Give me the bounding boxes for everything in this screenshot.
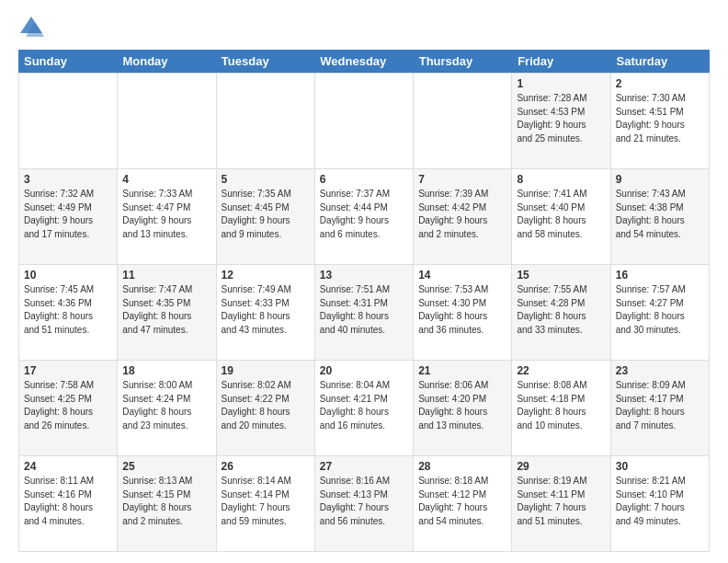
- day-info: Sunrise: 8:19 AM Sunset: 4:11 PM Dayligh…: [517, 475, 605, 528]
- day-cell-29: 29Sunrise: 8:19 AM Sunset: 4:11 PM Dayli…: [512, 456, 610, 551]
- day-info: Sunrise: 7:53 AM Sunset: 4:30 PM Dayligh…: [418, 283, 506, 337]
- day-cell-17: 17Sunrise: 7:58 AM Sunset: 4:25 PM Dayli…: [19, 361, 118, 455]
- day-info: Sunrise: 7:33 AM Sunset: 4:47 PM Dayligh…: [122, 188, 210, 241]
- day-cell-25: 25Sunrise: 8:13 AM Sunset: 4:15 PM Dayli…: [118, 456, 216, 551]
- empty-cell-r0c3: [315, 74, 414, 168]
- day-info: Sunrise: 8:08 AM Sunset: 4:18 PM Dayligh…: [517, 379, 605, 432]
- day-number: 8: [517, 173, 605, 186]
- day-number: 10: [24, 269, 112, 282]
- weekday-header-tuesday: Tuesday: [216, 50, 314, 73]
- day-cell-9: 9Sunrise: 7:43 AM Sunset: 4:38 PM Daylig…: [611, 169, 710, 264]
- day-cell-30: 30Sunrise: 8:21 AM Sunset: 4:10 PM Dayli…: [611, 456, 710, 551]
- day-number: 6: [320, 173, 408, 186]
- day-cell-21: 21Sunrise: 8:06 AM Sunset: 4:20 PM Dayli…: [414, 361, 512, 455]
- day-info: Sunrise: 8:13 AM Sunset: 4:15 PM Dayligh…: [122, 475, 210, 528]
- calendar-row-5: 24Sunrise: 8:11 AM Sunset: 4:16 PM Dayli…: [18, 455, 710, 552]
- weekday-header-saturday: Saturday: [611, 50, 710, 73]
- day-number: 9: [616, 173, 704, 186]
- day-info: Sunrise: 7:58 AM Sunset: 4:25 PM Dayligh…: [24, 379, 112, 432]
- day-info: Sunrise: 7:32 AM Sunset: 4:49 PM Dayligh…: [24, 188, 112, 241]
- day-info: Sunrise: 8:02 AM Sunset: 4:22 PM Dayligh…: [222, 379, 310, 432]
- day-number: 14: [418, 269, 506, 282]
- weekday-header-friday: Friday: [512, 50, 610, 73]
- day-info: Sunrise: 8:16 AM Sunset: 4:13 PM Dayligh…: [320, 475, 408, 528]
- day-cell-26: 26Sunrise: 8:14 AM Sunset: 4:14 PM Dayli…: [217, 456, 315, 551]
- day-number: 20: [320, 364, 408, 377]
- day-cell-4: 4Sunrise: 7:33 AM Sunset: 4:47 PM Daylig…: [118, 169, 216, 264]
- day-cell-3: 3Sunrise: 7:32 AM Sunset: 4:49 PM Daylig…: [19, 169, 118, 264]
- day-number: 19: [222, 364, 310, 377]
- day-cell-5: 5Sunrise: 7:35 AM Sunset: 4:45 PM Daylig…: [217, 169, 315, 264]
- day-cell-8: 8Sunrise: 7:41 AM Sunset: 4:40 PM Daylig…: [512, 169, 610, 264]
- day-number: 11: [122, 269, 210, 282]
- empty-cell-r0c0: [19, 74, 118, 168]
- day-number: 13: [320, 269, 408, 282]
- weekday-header-sunday: Sunday: [18, 50, 117, 73]
- weekday-header-monday: Monday: [117, 50, 215, 73]
- day-cell-15: 15Sunrise: 7:55 AM Sunset: 4:28 PM Dayli…: [512, 265, 610, 360]
- calendar-row-3: 10Sunrise: 7:45 AM Sunset: 4:36 PM Dayli…: [18, 264, 710, 360]
- logo: [18, 15, 48, 40]
- day-number: 7: [418, 173, 506, 186]
- day-number: 26: [222, 460, 310, 473]
- day-number: 5: [222, 173, 310, 186]
- day-info: Sunrise: 7:43 AM Sunset: 4:38 PM Dayligh…: [616, 188, 704, 241]
- day-info: Sunrise: 8:11 AM Sunset: 4:16 PM Dayligh…: [24, 475, 112, 528]
- day-info: Sunrise: 7:35 AM Sunset: 4:45 PM Dayligh…: [222, 188, 310, 241]
- day-info: Sunrise: 7:49 AM Sunset: 4:33 PM Dayligh…: [222, 283, 310, 337]
- day-number: 2: [616, 77, 704, 90]
- calendar-header: SundayMondayTuesdayWednesdayThursdayFrid…: [18, 50, 710, 73]
- day-cell-13: 13Sunrise: 7:51 AM Sunset: 4:31 PM Dayli…: [315, 265, 414, 360]
- day-number: 12: [222, 269, 310, 282]
- day-cell-10: 10Sunrise: 7:45 AM Sunset: 4:36 PM Dayli…: [19, 265, 118, 360]
- day-number: 15: [517, 269, 605, 282]
- day-number: 18: [122, 364, 210, 377]
- day-cell-11: 11Sunrise: 7:47 AM Sunset: 4:35 PM Dayli…: [118, 265, 216, 360]
- day-number: 30: [616, 460, 704, 473]
- day-cell-1: 1Sunrise: 7:28 AM Sunset: 4:53 PM Daylig…: [512, 74, 610, 168]
- day-number: 21: [418, 364, 506, 377]
- day-info: Sunrise: 8:04 AM Sunset: 4:21 PM Dayligh…: [320, 379, 408, 432]
- day-info: Sunrise: 7:45 AM Sunset: 4:36 PM Dayligh…: [24, 283, 112, 337]
- day-cell-19: 19Sunrise: 8:02 AM Sunset: 4:22 PM Dayli…: [217, 361, 315, 455]
- day-number: 25: [122, 460, 210, 473]
- day-info: Sunrise: 7:41 AM Sunset: 4:40 PM Dayligh…: [517, 188, 605, 241]
- day-cell-18: 18Sunrise: 8:00 AM Sunset: 4:24 PM Dayli…: [118, 361, 216, 455]
- day-info: Sunrise: 8:00 AM Sunset: 4:24 PM Dayligh…: [122, 379, 210, 432]
- day-number: 4: [122, 173, 210, 186]
- day-cell-20: 20Sunrise: 8:04 AM Sunset: 4:21 PM Dayli…: [315, 361, 414, 455]
- day-number: 3: [24, 173, 112, 186]
- logo-icon: [18, 15, 44, 40]
- day-number: 17: [24, 364, 112, 377]
- day-info: Sunrise: 8:09 AM Sunset: 4:17 PM Dayligh…: [616, 379, 704, 432]
- day-number: 1: [517, 77, 605, 90]
- day-cell-28: 28Sunrise: 8:18 AM Sunset: 4:12 PM Dayli…: [414, 456, 512, 551]
- day-cell-16: 16Sunrise: 7:57 AM Sunset: 4:27 PM Dayli…: [611, 265, 710, 360]
- day-info: Sunrise: 7:47 AM Sunset: 4:35 PM Dayligh…: [122, 283, 210, 337]
- empty-cell-r0c4: [414, 74, 512, 168]
- day-cell-23: 23Sunrise: 8:09 AM Sunset: 4:17 PM Dayli…: [611, 361, 710, 455]
- day-info: Sunrise: 7:51 AM Sunset: 4:31 PM Dayligh…: [320, 283, 408, 337]
- day-cell-27: 27Sunrise: 8:16 AM Sunset: 4:13 PM Dayli…: [315, 456, 414, 551]
- day-number: 28: [418, 460, 506, 473]
- day-info: Sunrise: 7:37 AM Sunset: 4:44 PM Dayligh…: [320, 188, 408, 241]
- day-info: Sunrise: 7:39 AM Sunset: 4:42 PM Dayligh…: [418, 188, 506, 241]
- day-info: Sunrise: 7:57 AM Sunset: 4:27 PM Dayligh…: [616, 283, 704, 337]
- day-number: 22: [517, 364, 605, 377]
- empty-cell-r0c1: [118, 74, 216, 168]
- day-number: 27: [320, 460, 408, 473]
- day-number: 24: [24, 460, 112, 473]
- weekday-header-wednesday: Wednesday: [314, 50, 413, 73]
- day-number: 16: [616, 269, 704, 282]
- calendar-row-2: 3Sunrise: 7:32 AM Sunset: 4:49 PM Daylig…: [18, 168, 710, 264]
- calendar-row-1: 1Sunrise: 7:28 AM Sunset: 4:53 PM Daylig…: [18, 73, 710, 168]
- calendar-row-4: 17Sunrise: 7:58 AM Sunset: 4:25 PM Dayli…: [18, 360, 710, 455]
- day-cell-6: 6Sunrise: 7:37 AM Sunset: 4:44 PM Daylig…: [315, 169, 414, 264]
- day-number: 23: [616, 364, 704, 377]
- day-info: Sunrise: 8:14 AM Sunset: 4:14 PM Dayligh…: [222, 475, 310, 528]
- day-info: Sunrise: 8:18 AM Sunset: 4:12 PM Dayligh…: [418, 475, 506, 528]
- day-cell-12: 12Sunrise: 7:49 AM Sunset: 4:33 PM Dayli…: [217, 265, 315, 360]
- calendar-page: SundayMondayTuesdayWednesdayThursdayFrid…: [0, 0, 728, 563]
- day-cell-2: 2Sunrise: 7:30 AM Sunset: 4:51 PM Daylig…: [611, 74, 710, 168]
- day-cell-14: 14Sunrise: 7:53 AM Sunset: 4:30 PM Dayli…: [414, 265, 512, 360]
